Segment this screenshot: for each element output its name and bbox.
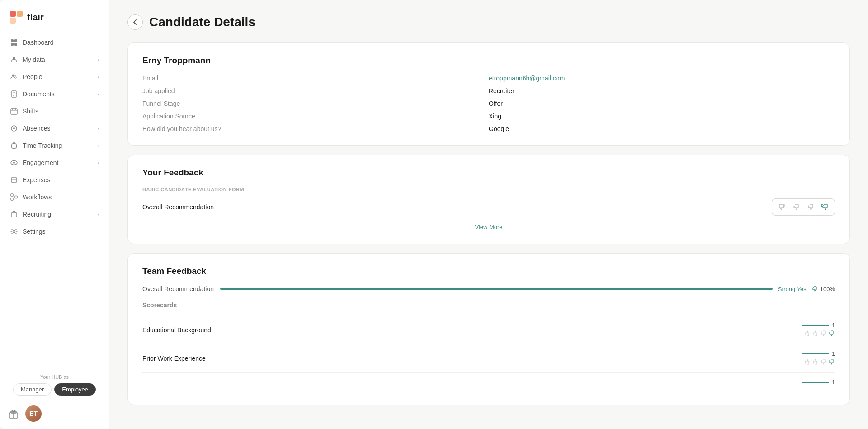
svg-point-36: [13, 231, 15, 233]
svg-rect-5: [11, 43, 14, 46]
overall-recommendation-label: Overall Recommendation: [142, 203, 214, 211]
hub-employee-button[interactable]: Employee: [54, 383, 96, 396]
hub-manager-button[interactable]: Manager: [13, 383, 52, 396]
sidebar-item-settings[interactable]: Settings: [5, 223, 104, 240]
app-source-label: Application Source: [142, 113, 489, 120]
team-overall-label: Overall Recommendation: [142, 285, 215, 292]
scorecard-bar-fill-work: [802, 353, 829, 354]
sidebar-navigation: Dashboard My data › People ›: [0, 33, 109, 369]
sidebar-footer: ET: [0, 401, 109, 422]
email-label: Email: [142, 75, 489, 82]
sidebar-item-recruiting-label: Recruiting: [23, 211, 51, 218]
logo-text: flair: [27, 12, 44, 23]
scorecard-count-work: 1: [832, 351, 835, 357]
team-progress-bar: [220, 288, 773, 290]
svg-rect-4: [14, 39, 17, 42]
sidebar-item-time-tracking[interactable]: Time Tracking ›: [5, 137, 104, 154]
hub-section: Your HUB as Manager Employee: [0, 369, 109, 401]
score-icon-w3: [821, 359, 827, 366]
sidebar-item-documents[interactable]: Documents ›: [5, 86, 104, 102]
svg-rect-29: [11, 198, 13, 200]
email-value: etroppmann6h@gmail.com: [489, 75, 835, 82]
svg-rect-28: [11, 194, 13, 196]
overall-recommendation-row: Overall Recommendation: [142, 198, 835, 216]
hub-label: Your HUB as: [9, 374, 100, 380]
score-icon-4: [829, 330, 835, 338]
my-data-chevron: ›: [97, 57, 99, 62]
rating-yes-button[interactable]: [804, 201, 817, 213]
sidebar-item-expenses[interactable]: Expenses: [5, 172, 104, 188]
scorecard-count-third: 1: [832, 379, 835, 386]
shifts-icon: [10, 107, 18, 115]
percent-value: 100%: [820, 286, 835, 292]
absences-chevron: ›: [97, 126, 99, 131]
sidebar-item-shifts[interactable]: Shifts: [5, 103, 104, 119]
how-heard-value: Google: [489, 125, 835, 132]
hub-buttons: Manager Employee: [9, 383, 100, 396]
scorecard-bar-educational: [802, 325, 829, 326]
sidebar-item-my-data-label: My data: [23, 56, 45, 63]
svg-point-25: [13, 162, 15, 164]
sidebar-item-absences-label: Absences: [23, 125, 50, 132]
sidebar-item-dashboard[interactable]: Dashboard: [5, 34, 104, 51]
rating-buttons-group: [772, 198, 835, 216]
sidebar-item-my-data[interactable]: My data ›: [5, 52, 104, 68]
sidebar-item-people-label: People: [23, 73, 42, 80]
scorecard-row-work: Prior Work Experience 1: [142, 351, 835, 366]
score-icon-w4: [829, 359, 835, 366]
page-title: Candidate Details: [149, 15, 255, 29]
scorecard-row-third: 1: [142, 379, 835, 386]
time-tracking-chevron: ›: [97, 143, 99, 148]
page-header: Candidate Details: [127, 14, 850, 30]
feedback-form-label: BASIC CANDIDATE EVALUATION FORM: [142, 187, 835, 192]
scorecard-right-educational: 1: [802, 322, 835, 338]
my-data-icon: [10, 56, 18, 64]
avatar[interactable]: ET: [25, 405, 42, 422]
sidebar-item-engagement[interactable]: Engagement ›: [5, 155, 104, 171]
scorecard-name-educational: Educational Background: [142, 326, 211, 334]
sidebar-item-workflows-label: Workflows: [23, 193, 52, 201]
rating-strong-yes-button[interactable]: [818, 201, 832, 213]
team-feedback-card: Team Feedback Overall Recommendation Str…: [127, 253, 850, 405]
engagement-icon: [10, 159, 18, 167]
scorecard-prior-work-experience: Prior Work Experience 1: [142, 344, 835, 373]
sidebar-item-shifts-label: Shifts: [23, 108, 38, 115]
rating-strong-no-button[interactable]: [775, 201, 788, 213]
scorecard-bar-work: [802, 353, 829, 354]
logo-area: flair: [0, 0, 109, 33]
scorecard-icons-work: [804, 359, 835, 366]
sidebar-item-time-tracking-label: Time Tracking: [23, 142, 62, 149]
gift-icon[interactable]: [7, 407, 20, 420]
scorecard-bar-fill: [802, 325, 829, 326]
svg-point-9: [14, 75, 16, 76]
scorecard-count-educational: 1: [832, 322, 835, 329]
sidebar-item-absences[interactable]: Absences ›: [5, 120, 104, 137]
people-icon: [10, 73, 18, 81]
svg-rect-2: [10, 18, 16, 24]
sidebar-item-people[interactable]: People ›: [5, 69, 104, 85]
view-more[interactable]: View More: [142, 223, 835, 231]
your-feedback-title: Your Feedback: [142, 168, 835, 178]
people-chevron: ›: [97, 74, 99, 80]
view-more-link[interactable]: View More: [475, 224, 502, 231]
time-tracking-icon: [10, 141, 18, 150]
recruiting-icon: [10, 210, 18, 218]
thumbs-up-icon: [812, 286, 818, 292]
sidebar-item-dashboard-label: Dashboard: [23, 39, 54, 46]
rating-no-button[interactable]: [789, 201, 803, 213]
settings-icon: [10, 227, 18, 236]
candidate-info-card: Erny Troppmann Email etroppmann6h@gmail.…: [127, 42, 850, 146]
sidebar-item-workflows[interactable]: Workflows: [5, 189, 104, 205]
scorecard-icons-educational: [804, 330, 835, 338]
funnel-stage-value: Offer: [489, 100, 835, 107]
candidate-name: Erny Troppmann: [142, 56, 835, 66]
sidebar-item-settings-label: Settings: [23, 228, 46, 235]
svg-rect-3: [11, 39, 14, 42]
sidebar-item-recruiting[interactable]: Recruiting ›: [5, 206, 104, 222]
scorecard-right-work: 1: [802, 351, 835, 366]
back-button[interactable]: [127, 14, 143, 30]
svg-rect-0: [10, 11, 16, 17]
svg-rect-26: [11, 178, 17, 182]
score-icon-1: [804, 330, 811, 338]
team-progress-fill: [220, 288, 773, 290]
